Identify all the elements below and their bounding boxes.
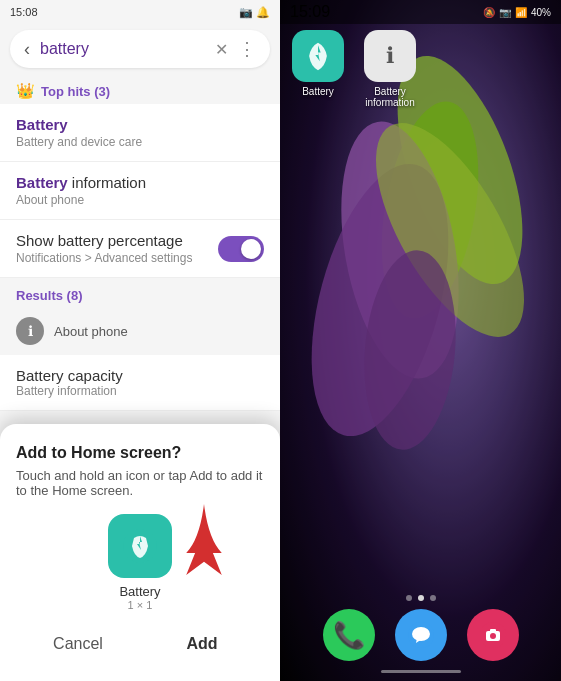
capacity-text: capacity — [64, 367, 123, 384]
modal-icon-label: Battery — [119, 584, 160, 599]
battery-percentage-toggle[interactable] — [218, 236, 264, 262]
battery-result-item[interactable]: Battery Battery and device care — [0, 104, 280, 162]
status-bar-right: 15:09 🔕 📷 📶 40% — [280, 0, 561, 24]
svg-rect-12 — [490, 629, 496, 632]
battery-info-home-icon[interactable]: ℹ Battery information — [360, 30, 420, 108]
results-label: Results (8) — [16, 288, 82, 303]
status-time-left: 15:08 — [10, 6, 38, 18]
top-hits-header: 👑 Top hits (3) — [0, 74, 280, 104]
phone-dock-icon[interactable]: 📞 — [323, 609, 375, 661]
search-bar: ‹ battery ✕ ⋮ — [10, 30, 270, 68]
battery-info-highlight: Battery — [16, 174, 68, 191]
battery-icon-bg — [292, 30, 344, 82]
battery-capacity-title: Battery capacity — [16, 367, 264, 384]
battery-percentage-title: Show battery percentage — [16, 232, 192, 249]
add-button[interactable]: Add — [140, 623, 264, 665]
battery-level-text: 40% — [531, 7, 551, 18]
camera-icon: 📷 — [499, 7, 511, 18]
modal-title: Add to Home screen? — [16, 444, 264, 462]
battery-capacity-highlight: Battery — [16, 367, 64, 384]
arrow-down-icon — [174, 504, 234, 588]
battery-home-icon[interactable]: Battery — [292, 30, 344, 108]
modal-icon-size: 1 × 1 — [128, 599, 153, 611]
status-bar-left: 15:08 📷 🔔 — [0, 0, 280, 24]
home-icons-row: Battery ℹ Battery information — [292, 30, 420, 108]
about-phone-row: ℹ About phone — [0, 307, 280, 355]
battery-info-title: Battery information — [16, 174, 264, 191]
battery-app-icon — [108, 514, 172, 578]
battery-percentage-text: Show battery percentage Notifications > … — [16, 232, 192, 265]
battery-highlight: Battery — [16, 116, 68, 133]
add-to-home-modal: Add to Home screen? Touch and hold an ic… — [0, 424, 280, 681]
modal-buttons: Cancel Add — [16, 623, 264, 665]
battery-text-highlight: battery — [58, 232, 104, 249]
about-phone-icon: ℹ — [16, 317, 44, 345]
battery-result-title: Battery — [16, 116, 264, 133]
percentage-text: percentage — [104, 232, 183, 249]
left-panel: 15:08 📷 🔔 ‹ battery ✕ ⋮ 👑 Top hits (3) B… — [0, 0, 280, 681]
battery-percentage-subtitle: Notifications > Advanced settings — [16, 251, 192, 265]
clear-icon[interactable]: ✕ — [215, 40, 228, 59]
dock: 📞 — [280, 609, 561, 661]
battery-percentage-toggle-item[interactable]: Show battery percentage Notifications > … — [0, 220, 280, 278]
show-text: Show — [16, 232, 58, 249]
mute-icon: 🔕 — [483, 7, 495, 18]
battery-info-result-item[interactable]: Battery information About phone — [0, 162, 280, 220]
battery-info-icon-bg: ℹ — [364, 30, 416, 82]
messages-dock-icon[interactable] — [395, 609, 447, 661]
status-icons-right: 🔕 📷 📶 40% — [483, 7, 551, 18]
battery-info-rest: information — [68, 174, 146, 191]
battery-icon-label: Battery — [302, 86, 334, 97]
more-icon[interactable]: ⋮ — [238, 38, 256, 60]
about-phone-label: About phone — [54, 324, 128, 339]
modal-description: Touch and hold an icon or tap Add to add… — [16, 468, 264, 498]
crown-icon: 👑 — [16, 82, 35, 100]
svg-point-11 — [490, 633, 496, 639]
battery-capacity-row[interactable]: Battery capacity Battery information — [0, 355, 280, 411]
camera-dock-icon[interactable] — [467, 609, 519, 661]
status-icons-left: 📷 🔔 — [239, 6, 270, 19]
modal-icon-area: Battery 1 × 1 — [16, 514, 264, 611]
battery-info-subtitle: About phone — [16, 193, 264, 207]
right-panel: 15:09 🔕 📷 📶 40% Battery ℹ Battery inform… — [280, 0, 561, 681]
back-arrow-icon[interactable]: ‹ — [24, 39, 30, 60]
top-hits-label: Top hits (3) — [41, 84, 110, 99]
cancel-button[interactable]: Cancel — [16, 623, 140, 665]
battery-info-icon-label: Battery information — [360, 86, 420, 108]
battery-result-subtitle: Battery and device care — [16, 135, 264, 149]
status-time-right: 15:09 — [290, 3, 330, 21]
results-header: Results (8) — [0, 278, 280, 307]
wifi-icon: 📶 — [515, 7, 527, 18]
search-query[interactable]: battery — [40, 40, 205, 58]
battery-capacity-subtitle: Battery information — [16, 384, 264, 398]
